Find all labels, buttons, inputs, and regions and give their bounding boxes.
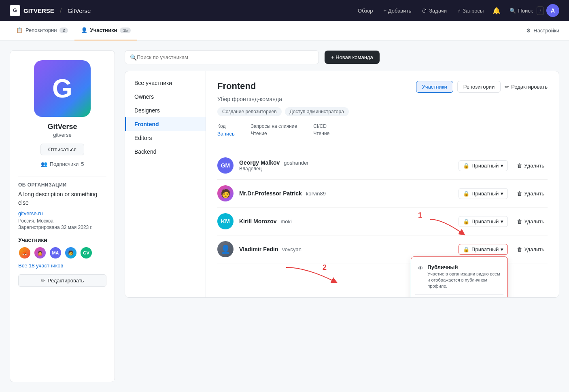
patrick-avatar: 🧑 (217, 185, 234, 201)
team-item-editors[interactable]: Editors (125, 131, 206, 145)
team-item-backend[interactable]: Backend (125, 145, 206, 159)
team-detail: Frontend Участники Репозитории ✏ Редакти… (206, 71, 559, 297)
chevron-down-icon: ▾ (501, 191, 503, 197)
pr-icon: ⑂ (457, 8, 461, 14)
search-input[interactable] (137, 51, 314, 64)
perm-prs: Запросы на слияние Чтение (251, 123, 297, 137)
repo-icon: 📋 (16, 27, 23, 33)
left-sidebar: G GitVerse gitverse Отписаться 👥 Подписч… (10, 50, 115, 382)
option-private[interactable]: 🔒 Приватный Участие в организации видно … (415, 297, 503, 298)
about-label: Об организации (18, 182, 67, 188)
vladimir-info: Vladimir Fedin vovcyan (239, 246, 301, 252)
tasks-icon: ⏱ (422, 8, 427, 14)
new-team-button[interactable]: + Новая команда (325, 51, 380, 64)
vladimir-privacy-dropdown[interactable]: 🔒 Приватный ▾ (459, 244, 508, 255)
tab-repos[interactable]: Репозитории (457, 81, 501, 93)
nav-links: Обзор + Добавить ⏱ Задачи ⑂ Запросы 🔔 🔍 … (354, 4, 559, 17)
org-display-name: GitVerse (47, 123, 77, 131)
team-item-owners[interactable]: Owners (125, 90, 206, 104)
nav-prs[interactable]: ⑂ Запросы (453, 5, 488, 16)
perm-code: Код Запись (217, 123, 235, 137)
remove-icon: 🗑 (517, 163, 522, 169)
team-tags: Создание репозиториев Доступ администрат… (217, 107, 548, 116)
org-registered: Зарегистрирована 32 мая 2023 г. (18, 225, 93, 230)
member-avatar-5[interactable]: GV (80, 246, 93, 259)
sub-navigation: 📋 Репозитории 2 👤 Участники 15 ⚙ Настрой… (0, 21, 569, 40)
member-avatar-1[interactable]: 🦊 (18, 246, 31, 259)
annotation-arrow-1 (418, 215, 507, 239)
kirill-remove-button[interactable]: 🗑 Удалить (514, 216, 548, 227)
chevron-down-icon: ▾ (501, 246, 503, 252)
org-avatar-letter: G (52, 74, 72, 104)
members-avatars-row: 🦊 🙍 MA 🧑 GV (18, 246, 93, 259)
team-name-title: Frontend (217, 81, 416, 91)
members-icon: 👤 (81, 27, 87, 33)
about-description: A long description or something else (18, 190, 106, 207)
georgy-privacy-dropdown[interactable]: 🔒 Приватный ▾ (459, 160, 508, 171)
bell-icon[interactable]: 🔔 (490, 4, 503, 17)
patrick-remove-button[interactable]: 🗑 Удалить (514, 189, 548, 199)
user-avatar[interactable]: A (546, 4, 559, 17)
search-input-icon: 🔍 (130, 54, 137, 61)
settings-link[interactable]: ⚙ Настройки (526, 28, 559, 34)
member-avatar-3[interactable]: MA (49, 246, 62, 259)
detail-divider (217, 145, 548, 145)
member-row-georgy: GM Georgy Malkov goshander Владелец 🔒 Пр… (217, 152, 548, 180)
remove-icon: 🗑 (517, 191, 522, 197)
member-row-vladimir: 👤 Vladimir Fedin vovcyan 🔒 Приватный ▾ (217, 235, 548, 263)
vladimir-dropdown-area: 🔒 Приватный ▾ 👁 Публичный Участие в орга… (459, 244, 508, 255)
brand-logo[interactable]: G GITVERSE (10, 5, 54, 16)
option-public[interactable]: 👁 Публичный Участие в организации видно … (415, 261, 503, 293)
teams-layout: Все участники Owners Designers Frontend … (125, 71, 559, 298)
org-name-nav[interactable]: GitVerse (68, 7, 91, 14)
edit-org-button[interactable]: ✏ Редактировать (18, 274, 106, 287)
nav-search[interactable]: 🔍 Поиск (505, 5, 537, 16)
search-bar-row: 🔍 + Новая команда (125, 50, 559, 64)
tab-members[interactable]: Участники (416, 81, 453, 93)
settings-icon: ⚙ (526, 28, 531, 34)
followers-row: 👥 Подписчики 5 (41, 161, 84, 167)
georgy-info: Georgy Malkov goshander Владелец (239, 159, 309, 172)
kirill-avatar: KM (217, 213, 234, 229)
perm-cicd: CI/CD Чтение (313, 123, 329, 137)
nav-overview[interactable]: Обзор (354, 5, 377, 16)
member-avatar-4[interactable]: 🧑 (64, 246, 77, 259)
georgy-remove-button[interactable]: 🗑 Удалить (514, 161, 548, 171)
edit-team-icon: ✏ (505, 84, 509, 90)
team-item-designers[interactable]: Designers (125, 104, 206, 117)
team-item-all[interactable]: Все участники (125, 76, 206, 90)
permissions-row: Код Запись Запросы на слияние Чтение CI/… (217, 123, 548, 137)
org-website-link[interactable]: gitverse.ru (18, 210, 43, 216)
remove-icon: 🗑 (517, 218, 522, 225)
team-subtitle: Убер фронтэнд-команда (217, 96, 548, 102)
patrick-info: Mr.Dr.Professor Patrick korvin89 (239, 190, 326, 197)
member-avatar-2[interactable]: 🙍 (34, 246, 47, 259)
org-handle: gitverse (53, 132, 72, 138)
team-detail-actions: Участники Репозитории ✏ Редактировать (416, 81, 548, 93)
patrick-privacy-dropdown[interactable]: 🔒 Приватный ▾ (459, 188, 508, 199)
all-members-link[interactable]: Все 18 участников (18, 263, 63, 269)
followers-icon: 👥 (41, 161, 47, 167)
eye-icon: 👁 (418, 265, 423, 271)
unfollow-button[interactable]: Отписаться (40, 144, 84, 155)
member-row-patrick: 🧑 Mr.Dr.Professor Patrick korvin89 🔒 При… (217, 180, 548, 208)
nav-tasks[interactable]: ⏱ Задачи (418, 5, 451, 16)
vladimir-remove-button[interactable]: 🗑 Удалить (514, 244, 548, 254)
top-navigation: G GITVERSE / GitVerse Обзор + Добавить ⏱… (0, 0, 569, 21)
slash-key: / (537, 6, 544, 15)
subnav-members[interactable]: 👤 Участники 15 (74, 21, 137, 40)
lock-icon: 🔒 (463, 246, 469, 252)
annotation-arrow-2 (274, 263, 347, 288)
lock-icon: 🔒 (463, 191, 469, 197)
nav-separator: / (60, 6, 62, 15)
edit-team-button[interactable]: ✏ Редактировать (505, 84, 548, 90)
main-layout: G GitVerse gitverse Отписаться 👥 Подписч… (0, 40, 569, 392)
repos-badge: 2 (59, 28, 68, 33)
team-item-frontend[interactable]: Frontend (125, 117, 206, 131)
nav-add[interactable]: + Добавить (380, 5, 416, 16)
subnav-repos[interactable]: 📋 Репозитории 2 (10, 21, 74, 40)
edit-icon: ✏ (41, 278, 45, 284)
members-badge: 15 (120, 28, 130, 33)
tag-create-repos: Создание репозиториев (217, 107, 282, 116)
kirill-info: Kirill Morozov moki (239, 218, 292, 225)
